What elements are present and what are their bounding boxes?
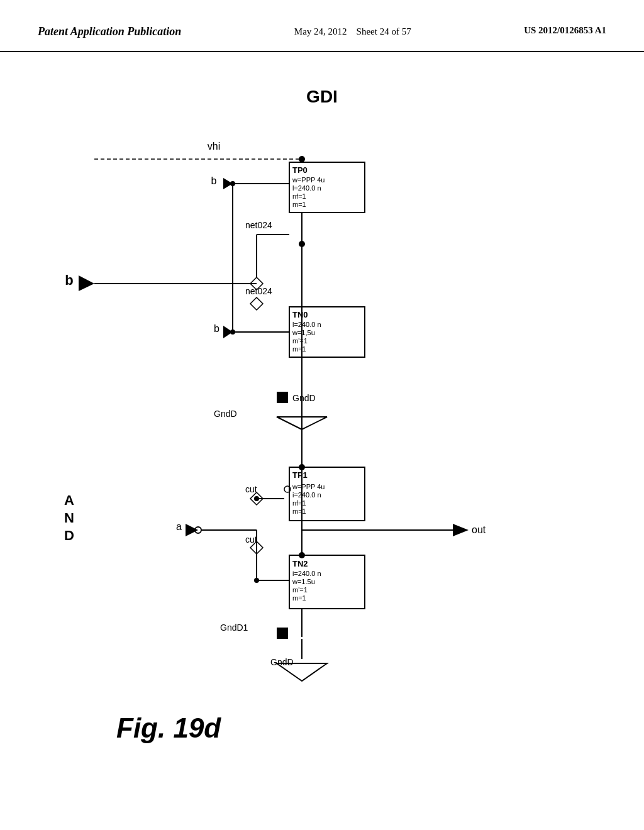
gndd1-label: GndD1 xyxy=(220,622,248,633)
tn0-label: TN0 xyxy=(292,310,308,319)
net024-bot-label: net024 xyxy=(245,286,272,296)
b-tn0-label: b xyxy=(214,323,219,334)
gndd1-square xyxy=(277,628,288,639)
b-tn0-arrow xyxy=(223,326,233,338)
page-header: Patent Application Publication May 24, 2… xyxy=(0,0,644,52)
svg-text:nf=1: nf=1 xyxy=(292,499,306,507)
tn2-label: TN2 xyxy=(292,559,308,568)
b-tp0-label: b xyxy=(211,175,217,186)
and-a-label: A xyxy=(64,492,74,508)
b-main-arrow xyxy=(79,275,94,291)
svg-text:m'=1: m'=1 xyxy=(292,586,308,594)
svg-text:m=1: m=1 xyxy=(292,507,306,515)
gndd-square xyxy=(277,392,288,403)
svg-text:m'=1: m'=1 xyxy=(292,337,308,345)
gdi-title: GDI xyxy=(306,87,338,106)
and-d-label: D xyxy=(64,528,74,543)
gndd-top-label: GndD xyxy=(292,393,316,403)
net024-bot-diamond xyxy=(250,297,263,310)
header-left: Patent Application Publication xyxy=(38,25,181,38)
svg-text:w=PPP 4u: w=PPP 4u xyxy=(292,176,325,184)
gndd-second-label: GndD xyxy=(214,409,237,419)
svg-text:nf=1: nf=1 xyxy=(292,192,306,200)
vhi-label: vhi xyxy=(208,141,220,152)
svg-text:m=1: m=1 xyxy=(292,201,306,208)
net024-top-label: net024 xyxy=(245,220,272,230)
svg-text:w=PPP 4u: w=PPP 4u xyxy=(292,483,325,490)
out-label: out xyxy=(472,524,486,535)
svg-text:m=1: m=1 xyxy=(292,594,306,602)
svg-text:l=240.0 n: l=240.0 n xyxy=(292,184,321,192)
svg-text:w=1,5u: w=1,5u xyxy=(292,329,315,336)
header-center: May 24, 2012 Sheet 24 of 57 xyxy=(294,25,411,38)
svg-text:l=240.0 n: l=240.0 n xyxy=(292,321,321,328)
tp0-label: TP0 xyxy=(292,165,308,175)
out-arrow xyxy=(453,524,469,536)
and-n-label: N xyxy=(64,510,74,526)
svg-text:i=240.0 n: i=240.0 n xyxy=(292,491,321,499)
gndd-bottom-label: GndD xyxy=(270,657,294,667)
tp1-tn2-junction-dot xyxy=(299,552,305,558)
header-right: US 2012/0126853 A1 xyxy=(524,25,606,36)
svg-text:m=1: m=1 xyxy=(292,345,306,353)
cut-tp1-label: cut xyxy=(245,484,257,494)
b-main-label: b xyxy=(65,272,73,288)
tp1-label: TP1 xyxy=(292,470,308,480)
svg-text:w=1.5u: w=1.5u xyxy=(292,578,315,585)
fig-label: Fig. 19d xyxy=(116,712,221,743)
diagram-area: GDI vhi TP0 w=PPP 4u l=240.0 n nf=1 m=1 … xyxy=(0,52,644,813)
a-label: a xyxy=(176,521,182,532)
a-arrow xyxy=(186,524,198,536)
svg-text:i=240.0 n: i=240.0 n xyxy=(292,570,321,577)
tp1-top-dot xyxy=(299,464,305,470)
